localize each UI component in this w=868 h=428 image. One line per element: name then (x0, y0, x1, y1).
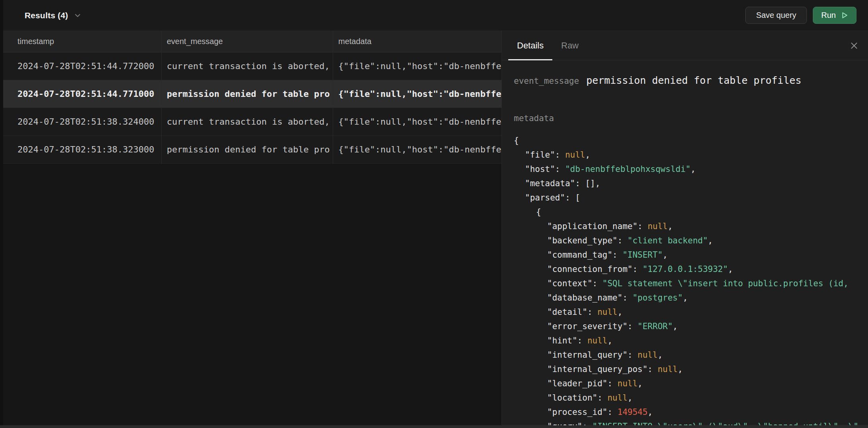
column-header-event_message: event_message (161, 31, 333, 52)
cell-metadata: {"file":null,"host":"db-nenbffe (333, 80, 502, 108)
table-header-row: timestampevent_messagemetadata (0, 31, 502, 52)
results-toolbar: Results (4) Save query Run (0, 0, 868, 31)
json-line: "command_tag": "INSERT", (514, 248, 868, 262)
cell-event_message: current transaction is aborted, (161, 52, 333, 80)
cell-timestamp: 2024-07-28T02:51:38.324000 (0, 108, 161, 135)
json-line: "application_name": null, (514, 219, 868, 233)
json-line: "parsed": [ (514, 191, 868, 205)
json-line: "location": null, (514, 391, 868, 405)
cell-timestamp: 2024-07-28T02:51:44.772000 (0, 52, 161, 80)
cell-event_message: permission denied for table pro (161, 80, 333, 108)
json-line: "host": "db-nenbffeblpohxsqwsldi", (514, 162, 868, 176)
column-divider (161, 31, 162, 164)
save-query-button[interactable]: Save query (745, 7, 807, 24)
run-button-label: Run (821, 11, 836, 20)
details-panel-tabs: Details Raw (502, 31, 868, 60)
json-line: { (514, 133, 868, 148)
json-line: { (514, 205, 868, 219)
results-table: timestampevent_messagemetadata 2024-07-2… (0, 31, 502, 428)
run-button[interactable]: Run (813, 7, 856, 24)
table-row[interactable]: 2024-07-28T02:51:38.324000current transa… (0, 108, 502, 136)
cell-timestamp: 2024-07-28T02:51:38.323000 (0, 136, 161, 163)
json-line: "context": "SQL statement \"insert into … (514, 276, 868, 291)
metadata-label: metadata (514, 114, 554, 123)
cell-metadata: {"file":null,"host":"db-nenbffe (333, 52, 502, 80)
table-body: 2024-07-28T02:51:44.772000current transa… (0, 52, 502, 164)
cell-timestamp: 2024-07-28T02:51:44.771000 (0, 80, 161, 108)
table-row[interactable]: 2024-07-28T02:51:44.771000permission den… (0, 80, 502, 108)
content-area: timestampevent_messagemetadata 2024-07-2… (0, 31, 868, 428)
event-message-field: event_message permission denied for tabl… (514, 75, 801, 86)
json-line: "internal_query": null, (514, 348, 868, 362)
play-icon (841, 12, 848, 19)
details-panel: Details Raw event_message permission den… (502, 31, 868, 428)
json-line: "leader_pid": null, (514, 376, 868, 391)
json-line: "connection_from": "127.0.0.1:53932", (514, 262, 868, 276)
cell-event_message: permission denied for table pro (161, 136, 333, 163)
tab-raw[interactable]: Raw (552, 31, 587, 60)
results-count-label: Results (4) (25, 11, 68, 20)
close-icon (850, 41, 858, 50)
toolbar-actions: Save query Run (745, 7, 856, 24)
cell-metadata: {"file":null,"host":"db-nenbffe (333, 108, 502, 135)
cell-metadata: {"file":null,"host":"db-nenbffe (333, 136, 502, 163)
json-line: "error_severity": "ERROR", (514, 319, 868, 334)
json-line: "backend_type": "client backend", (514, 233, 868, 248)
json-line: "database_name": "postgres", (514, 291, 868, 305)
column-header-metadata: metadata (333, 31, 502, 52)
left-edge-divider (0, 0, 3, 428)
results-dropdown[interactable]: Results (4) (25, 11, 81, 20)
json-line: "file": null, (514, 148, 868, 162)
table-row[interactable]: 2024-07-28T02:51:44.772000current transa… (0, 52, 502, 80)
logs-explorer-window: Results (4) Save query Run timestampeven… (0, 0, 868, 428)
horizontal-scrollbar[interactable] (0, 425, 868, 428)
event-message-label: event_message (514, 76, 579, 86)
chevron-down-icon (74, 12, 81, 19)
json-line: "hint": null, (514, 334, 868, 348)
event-message-value: permission denied for table profiles (586, 75, 801, 86)
json-line: "metadata": [], (514, 176, 868, 191)
metadata-json-viewer: {"file": null,"host": "db-nenbffeblpohxs… (514, 133, 868, 428)
json-line: "process_id": 149545, (514, 405, 868, 419)
cell-event_message: current transaction is aborted, (161, 108, 333, 135)
table-row[interactable]: 2024-07-28T02:51:38.323000permission den… (0, 136, 502, 164)
close-panel-button[interactable] (850, 41, 858, 50)
column-header-timestamp: timestamp (0, 31, 161, 52)
json-line: "detail": null, (514, 305, 868, 319)
tab-details[interactable]: Details (508, 31, 552, 60)
json-line: "internal_query_pos": null, (514, 362, 868, 376)
column-divider (333, 31, 333, 164)
